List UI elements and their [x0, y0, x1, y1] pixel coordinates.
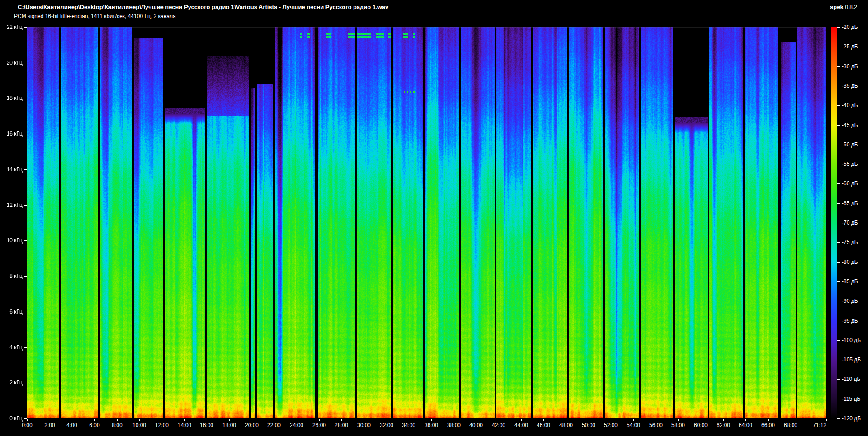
- time-tick-mark: [611, 419, 611, 421]
- db-tick-mark: [837, 183, 840, 184]
- time-tick-label: 26:00: [308, 422, 330, 428]
- time-tick-label: 20:00: [241, 422, 263, 428]
- db-tick-mark: [837, 203, 840, 204]
- db-tick-label: -95 дБ: [842, 318, 868, 324]
- time-tick-mark: [341, 419, 342, 421]
- db-tick-label: -25 дБ: [842, 43, 868, 50]
- time-tick-label: 28:00: [330, 422, 352, 428]
- freq-tick-label: 12 кГц: [0, 202, 23, 208]
- db-colorbar: [831, 27, 837, 418]
- time-tick-label: 58:00: [667, 422, 689, 428]
- time-tick-label: 0:00: [16, 422, 38, 428]
- time-tick-mark: [319, 419, 320, 421]
- time-tick-mark: [162, 419, 162, 421]
- db-tick-mark: [837, 399, 840, 399]
- time-tick-mark: [229, 419, 230, 421]
- time-tick-mark: [521, 419, 522, 421]
- db-tick-label: -20 дБ: [842, 24, 868, 30]
- time-tick-mark: [476, 419, 476, 421]
- time-tick-label: 30:00: [353, 422, 375, 428]
- db-tick-mark: [837, 281, 840, 282]
- freq-tick-label: 4 кГц: [0, 344, 23, 351]
- time-tick-label: 42:00: [488, 422, 509, 428]
- time-tick-mark: [656, 419, 656, 421]
- time-tick-label: 68:00: [780, 422, 802, 428]
- time-tick-label: 71:12: [805, 422, 826, 428]
- freq-tick-mark: [24, 27, 27, 28]
- db-tick-label: -100 дБ: [842, 337, 868, 343]
- time-tick-mark: [431, 419, 432, 421]
- db-tick-label: -120 дБ: [842, 415, 868, 422]
- time-tick-mark: [27, 419, 28, 421]
- db-tick-label: -40 дБ: [842, 102, 868, 108]
- file-path-title: C:\Users\Кантиливер\Desktop\Кантиливер\Л…: [18, 4, 388, 10]
- time-tick-mark: [566, 419, 566, 421]
- freq-tick-label: 18 кГц: [0, 95, 23, 101]
- freq-tick-label: 10 кГц: [0, 237, 23, 244]
- db-tick-label: -55 дБ: [842, 161, 868, 167]
- db-tick-mark: [837, 340, 840, 341]
- time-tick-mark: [589, 419, 589, 421]
- time-tick-label: 50:00: [578, 422, 599, 428]
- time-tick-mark: [791, 419, 791, 421]
- freq-tick-mark: [24, 383, 27, 383]
- time-tick-mark: [499, 419, 499, 421]
- db-tick-mark: [837, 125, 840, 126]
- db-tick-label: -70 дБ: [842, 220, 868, 226]
- db-tick-mark: [837, 418, 840, 419]
- time-tick-label: 24:00: [286, 422, 307, 428]
- time-tick-label: 56:00: [645, 422, 667, 428]
- time-tick-label: 18:00: [218, 422, 240, 428]
- app-version: 0.8.2: [845, 4, 857, 10]
- time-tick-mark: [745, 419, 746, 421]
- time-tick-label: 36:00: [420, 422, 442, 428]
- db-tick-mark: [837, 86, 840, 86]
- time-tick-label: 8:00: [106, 422, 128, 428]
- db-tick-label: -35 дБ: [842, 83, 868, 89]
- freq-tick-label: 6 кГц: [0, 309, 23, 315]
- freq-tick-mark: [24, 98, 27, 98]
- time-tick-label: 38:00: [443, 422, 465, 428]
- time-tick-label: 64:00: [735, 422, 756, 428]
- db-tick-label: -80 дБ: [842, 259, 868, 265]
- time-tick-mark: [252, 419, 252, 421]
- db-tick-mark: [837, 321, 840, 321]
- app-brand: spek 0.8.2: [830, 4, 857, 10]
- spek-window: C:\Users\Кантиливер\Desktop\Кантиливер\Л…: [0, 0, 868, 436]
- db-tick-label: -85 дБ: [842, 278, 868, 285]
- freq-tick-mark: [24, 63, 27, 63]
- time-tick-label: 12:00: [151, 422, 173, 428]
- time-tick-label: 52:00: [600, 422, 622, 428]
- time-tick-mark: [387, 419, 387, 421]
- app-name: spek: [830, 4, 844, 10]
- db-tick-label: -105 дБ: [842, 356, 868, 363]
- db-tick-mark: [837, 27, 840, 28]
- time-tick-mark: [72, 419, 72, 421]
- time-tick-mark: [139, 419, 140, 421]
- time-tick-mark: [94, 419, 95, 421]
- freq-tick-mark: [24, 418, 27, 419]
- freq-tick-label: 2 кГц: [0, 380, 23, 386]
- time-tick-label: 4:00: [61, 422, 83, 428]
- time-tick-mark: [454, 419, 454, 421]
- time-tick-mark: [117, 419, 118, 421]
- time-tick-mark: [364, 419, 364, 421]
- time-tick-label: 34:00: [398, 422, 420, 428]
- time-tick-label: 16:00: [196, 422, 217, 428]
- time-tick-mark: [207, 419, 207, 421]
- freq-tick-mark: [24, 276, 27, 277]
- time-tick-mark: [274, 419, 274, 421]
- freq-tick-label: 16 кГц: [0, 131, 23, 137]
- db-tick-mark: [837, 164, 840, 164]
- time-tick-label: 32:00: [376, 422, 397, 428]
- time-tick-label: 44:00: [510, 422, 532, 428]
- db-tick-label: -75 дБ: [842, 239, 868, 245]
- time-tick-label: 66:00: [757, 422, 779, 428]
- db-tick-label: -50 дБ: [842, 141, 868, 148]
- freq-tick-mark: [24, 205, 27, 206]
- db-tick-mark: [837, 301, 840, 301]
- time-tick-label: 46:00: [533, 422, 554, 428]
- time-tick-mark: [723, 419, 724, 421]
- time-tick-mark: [678, 419, 679, 421]
- time-tick-mark: [768, 419, 769, 421]
